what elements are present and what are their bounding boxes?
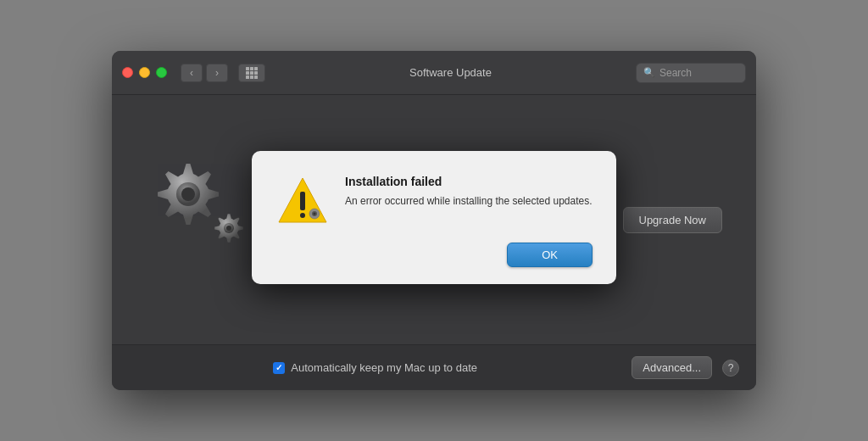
software-update-window: ‹ › Software Update 🔍 Search xyxy=(112,51,756,390)
search-icon: 🔍 xyxy=(643,67,655,78)
close-button[interactable] xyxy=(122,67,133,78)
warning-icon xyxy=(275,175,330,229)
ok-button[interactable]: OK xyxy=(507,243,593,267)
warning-icon-area xyxy=(275,175,330,229)
titlebar: ‹ › Software Update 🔍 Search xyxy=(112,51,756,95)
dialog-overlay: Installation failed An error occurred wh… xyxy=(112,95,756,390)
maximize-button[interactable] xyxy=(156,67,167,78)
svg-point-6 xyxy=(300,213,305,218)
back-icon: ‹ xyxy=(190,67,193,79)
dialog-content: Installation failed An error occurred wh… xyxy=(275,175,593,229)
minimize-button[interactable] xyxy=(139,67,150,78)
search-box[interactable]: 🔍 Search xyxy=(636,63,746,83)
svg-rect-5 xyxy=(300,192,305,210)
dialog-message: An error occurred while installing the s… xyxy=(345,193,593,209)
installation-failed-dialog: Installation failed An error occurred wh… xyxy=(252,151,616,284)
search-placeholder: Search xyxy=(659,67,692,79)
back-button[interactable]: ‹ xyxy=(181,64,203,82)
nav-buttons: ‹ › xyxy=(181,64,228,82)
main-content: Upgrade Now ✓ Automatically keep my Mac … xyxy=(112,95,756,390)
forward-button[interactable]: › xyxy=(206,64,228,82)
grid-view-button[interactable] xyxy=(238,64,265,82)
window-title: Software Update xyxy=(272,66,629,79)
dialog-text-area: Installation failed An error occurred wh… xyxy=(345,175,593,209)
traffic-lights xyxy=(122,67,167,78)
grid-icon xyxy=(246,67,258,79)
forward-icon: › xyxy=(215,67,219,79)
dialog-title: Installation failed xyxy=(345,175,593,188)
dialog-buttons: OK xyxy=(275,243,593,267)
svg-point-9 xyxy=(314,212,316,215)
